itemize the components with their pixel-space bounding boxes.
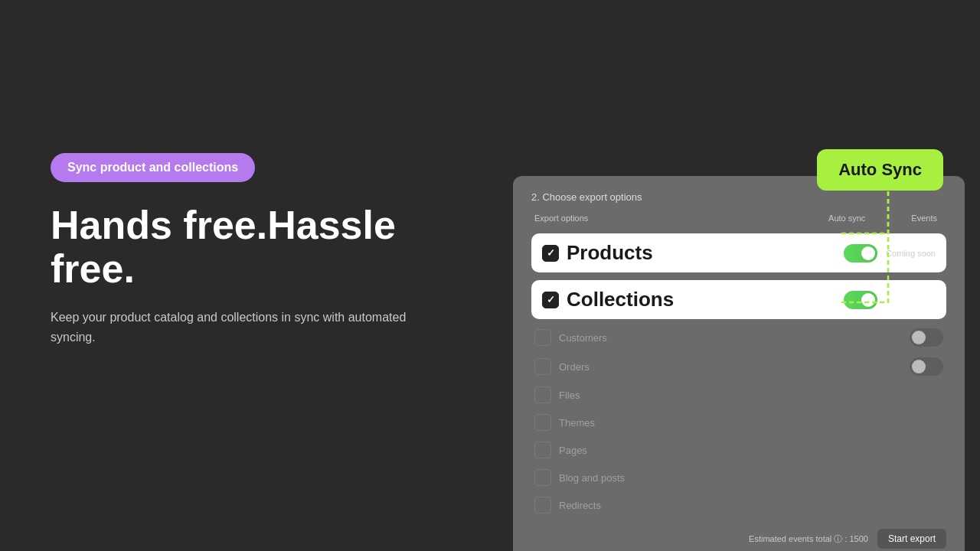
label-products: Products	[567, 241, 836, 265]
panel-footer: Estimated events total ⓘ : 1500 Start ex…	[531, 529, 946, 549]
checkbox-themes[interactable]	[534, 414, 551, 431]
events-coming-soon-products: Coming soon	[882, 249, 936, 258]
panel-header: Export options Auto sync Events	[531, 214, 946, 223]
checkmark-collections: ✓	[547, 294, 555, 305]
label-blog: Blog and posts	[559, 472, 943, 484]
label-collections: Collections	[567, 288, 836, 311]
col-export-options: Export options	[534, 214, 588, 223]
checkbox-blog[interactable]	[534, 469, 551, 486]
toggle-wrapper-collections	[844, 291, 936, 309]
label-customers: Customers	[559, 332, 902, 344]
row-blog[interactable]: Blog and posts	[531, 465, 946, 491]
estimated-label: Estimated events total ⓘ : 1500	[749, 533, 868, 545]
start-export-button[interactable]: Start export	[877, 529, 946, 549]
checkmark-products: ✓	[547, 247, 555, 259]
label-themes: Themes	[559, 417, 943, 429]
badge: Sync product and collections	[51, 153, 255, 182]
toggle-knob-products	[861, 246, 875, 260]
label-pages: Pages	[559, 445, 943, 456]
row-products[interactable]: ✓ Products Coming soon	[531, 233, 946, 272]
toggle-products[interactable]	[844, 244, 877, 262]
export-list: ✓ Products Coming soon ✓ Collections	[531, 230, 946, 518]
toggle-knob-collections	[861, 293, 875, 307]
row-pages[interactable]: Pages	[531, 437, 946, 463]
row-themes[interactable]: Themes	[531, 409, 946, 435]
subtext: Keep your product catalog and collection…	[51, 308, 418, 347]
checkbox-products[interactable]: ✓	[542, 245, 559, 262]
left-section: Sync product and collections Hands free.…	[51, 153, 418, 347]
toggle-orders[interactable]	[910, 357, 943, 376]
row-collections[interactable]: ✓ Collections	[531, 280, 946, 319]
panel-title: 2. Choose export options	[531, 191, 946, 203]
export-panel: 2. Choose export options Export options …	[513, 176, 965, 551]
auto-sync-button[interactable]: Auto Sync	[817, 149, 943, 191]
right-section: 2. Choose export options Export options …	[513, 176, 965, 551]
headline: Hands free.Hassle free.	[51, 204, 418, 291]
row-files[interactable]: Files	[531, 382, 946, 408]
row-orders[interactable]: Orders	[531, 353, 946, 380]
checkbox-pages[interactable]	[534, 442, 551, 458]
row-redirects[interactable]: Redirects	[531, 492, 946, 518]
checkbox-files[interactable]	[534, 386, 551, 403]
toggle-wrapper-products: Coming soon	[844, 244, 936, 262]
col-auto-sync: Auto sync	[828, 214, 865, 223]
col-events: Events	[911, 214, 937, 223]
checkbox-customers[interactable]	[534, 329, 551, 346]
label-files: Files	[559, 390, 936, 401]
toggle-knob-customers	[912, 331, 926, 344]
label-orders: Orders	[559, 361, 902, 373]
checkbox-redirects[interactable]	[534, 497, 551, 514]
toggle-collections[interactable]	[844, 291, 877, 309]
toggle-customers[interactable]	[910, 328, 943, 347]
toggle-knob-orders	[912, 360, 926, 373]
row-customers[interactable]: Customers	[531, 324, 946, 351]
checkbox-orders[interactable]	[534, 358, 551, 375]
toggle-wrapper-orders	[910, 357, 943, 376]
checkbox-collections[interactable]: ✓	[542, 292, 559, 308]
label-redirects: Redirects	[559, 500, 943, 511]
toggle-wrapper-customers	[910, 328, 943, 347]
